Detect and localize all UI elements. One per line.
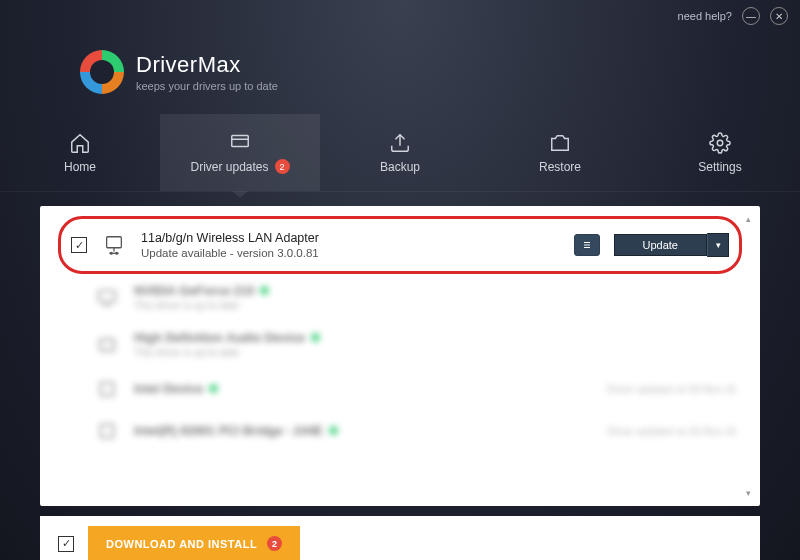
update-button-label: Update: [614, 234, 707, 256]
driver-list: ▴ ▾ ✓ 11a/b/g/n Wireless LAN Adapter Upd…: [40, 206, 760, 506]
footer-bar: ✓ DOWNLOAD AND INSTALL 2: [40, 516, 760, 560]
updates-icon: [229, 131, 251, 153]
updates-badge: 2: [275, 159, 290, 174]
driver-name-blur: NVIDIA GeForce 210: [134, 284, 254, 298]
driver-row-blurred: Intel Device Driver updated on 03-Nov-16: [58, 368, 742, 410]
tab-driver-updates[interactable]: Driver updates 2: [160, 114, 320, 191]
driver-row-blurred: High Definition Audio Device This driver…: [58, 321, 742, 368]
tab-backup[interactable]: Backup: [320, 114, 480, 191]
tab-home-label: Home: [64, 160, 96, 174]
scroll-up-icon[interactable]: ▴: [746, 214, 751, 224]
svg-rect-14: [100, 339, 115, 350]
device-icon: [94, 378, 120, 400]
audio-icon: [94, 334, 120, 356]
tab-updates-label: Driver updates: [190, 160, 268, 174]
status-dot-icon: [311, 333, 320, 342]
svg-rect-16: [101, 425, 114, 438]
status-dot-icon: [209, 384, 218, 393]
svg-rect-15: [101, 383, 114, 396]
scroll-down-icon[interactable]: ▾: [746, 488, 751, 498]
main-tabs: Home Driver updates 2 Backup Restore Set…: [0, 114, 800, 192]
app-tagline: keeps your drivers up to date: [136, 80, 278, 92]
network-adapter-icon: [101, 234, 127, 256]
download-badge: 2: [267, 536, 282, 551]
select-all-checkbox[interactable]: ✓: [58, 536, 74, 552]
driver-row-blurred: NVIDIA GeForce 210 This driver is up-to-…: [58, 274, 742, 321]
driver-note-blur: Driver updated on 03-Nov-16: [607, 384, 736, 395]
backup-icon: [389, 132, 411, 154]
tab-restore-label: Restore: [539, 160, 581, 174]
tab-settings-label: Settings: [698, 160, 741, 174]
driver-name-blur: Intel(R) 82801 PCI Bridge - 244E: [134, 424, 323, 438]
logo-icon: [80, 50, 124, 94]
close-button[interactable]: ✕: [770, 7, 788, 25]
restore-icon: [549, 132, 571, 154]
device-icon: [94, 420, 120, 442]
display-icon: [94, 287, 120, 309]
status-dot-icon: [329, 426, 338, 435]
tab-restore[interactable]: Restore: [480, 114, 640, 191]
driver-sub-blur: This driver is up-to-date: [134, 300, 736, 311]
status-dot-icon: [260, 286, 269, 295]
driver-sub-blur: This driver is up-to-date: [134, 347, 736, 358]
svg-rect-0: [232, 136, 249, 147]
tab-backup-label: Backup: [380, 160, 420, 174]
download-label: DOWNLOAD AND INSTALL: [106, 538, 257, 550]
svg-rect-4: [107, 237, 122, 248]
list-icon: [581, 239, 593, 251]
driver-row-highlighted: ✓ 11a/b/g/n Wireless LAN Adapter Update …: [58, 216, 742, 274]
update-button[interactable]: Update ▾: [614, 233, 729, 257]
titlebar: need help? — ✕: [0, 0, 800, 32]
svg-rect-12: [99, 290, 116, 301]
tab-settings[interactable]: Settings: [640, 114, 800, 191]
svg-point-3: [717, 140, 723, 146]
scrollbar[interactable]: ▴ ▾: [744, 214, 756, 498]
app-title: DriverMax: [136, 52, 278, 78]
settings-icon: [709, 132, 731, 154]
driver-name-blur: Intel Device: [134, 382, 203, 396]
details-button[interactable]: [574, 234, 600, 256]
minimize-button[interactable]: —: [742, 7, 760, 25]
driver-row-blurred: Intel(R) 82801 PCI Bridge - 244E Driver …: [58, 410, 742, 452]
driver-name-blur: High Definition Audio Device: [134, 331, 305, 345]
download-install-button[interactable]: DOWNLOAD AND INSTALL 2: [88, 526, 300, 560]
update-dropdown-caret[interactable]: ▾: [707, 233, 729, 257]
driver-checkbox[interactable]: ✓: [71, 237, 87, 253]
brand-header: DriverMax keeps your drivers up to date: [0, 32, 800, 94]
driver-note-blur: Driver updated on 03-Nov-16: [607, 426, 736, 437]
help-link[interactable]: need help?: [678, 10, 732, 22]
tab-home[interactable]: Home: [0, 114, 160, 191]
driver-status: Update available - version 3.0.0.81: [141, 247, 560, 259]
home-icon: [69, 132, 91, 154]
driver-name: 11a/b/g/n Wireless LAN Adapter: [141, 231, 560, 245]
